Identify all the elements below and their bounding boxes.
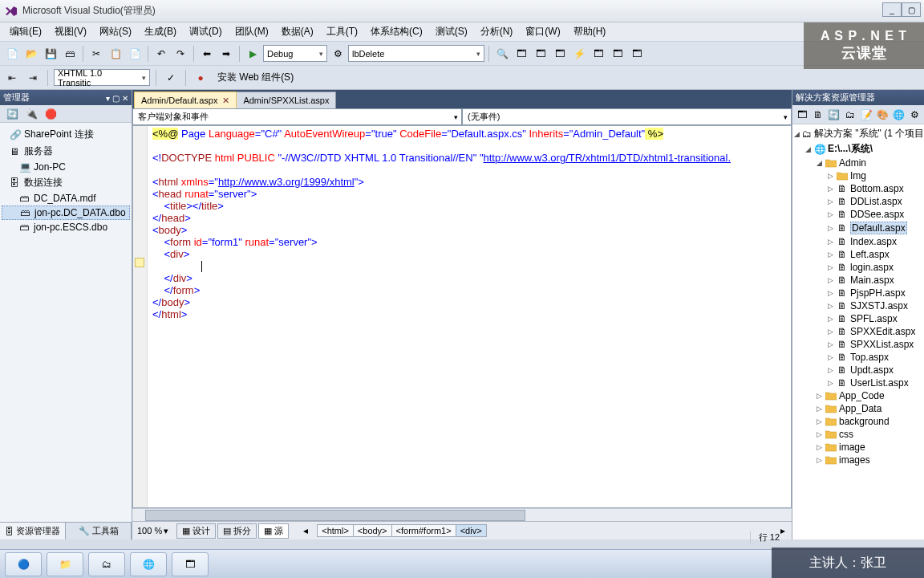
tab-default-aspx[interactable]: Admin/Default.aspx✕ — [134, 92, 237, 108]
file-ddlist[interactable]: ▷🗎DDList.aspx — [792, 195, 924, 208]
undo-icon[interactable]: ↶ — [152, 45, 170, 63]
tb-icon-4[interactable]: ⚡ — [570, 45, 588, 63]
file-main[interactable]: ▷🗎Main.aspx — [792, 274, 924, 287]
tb-icon-5[interactable]: 🗔 — [590, 45, 607, 63]
folder-admin[interactable]: ◢Admin — [792, 157, 924, 169]
crumb-div[interactable]: <div> — [456, 524, 487, 537]
file-updt[interactable]: ▷🗎Updt.aspx — [792, 364, 924, 377]
stop-conn-icon[interactable]: 🛑 — [42, 105, 59, 123]
maximize-button[interactable]: ▢ — [902, 2, 921, 17]
folder-images[interactable]: ▷images — [792, 454, 924, 466]
start-debug-icon[interactable]: ▶ — [244, 45, 261, 63]
menu-team[interactable]: 团队(M) — [229, 22, 275, 41]
file-pjspph[interactable]: ▷🗎PjspPH.aspx — [792, 287, 924, 299]
stop-icon[interactable]: ● — [192, 69, 209, 87]
zoom-dropdown-icon[interactable]: ▾ — [164, 526, 168, 536]
task-start[interactable]: 🔵 — [5, 552, 42, 576]
tb-icon-2[interactable]: 🗔 — [532, 45, 549, 63]
tree-escs-dbo[interactable]: 🗃jon-pc.ESCS.dbo — [2, 220, 130, 234]
view-code-icon[interactable]: 📝 — [859, 106, 874, 124]
tree-servers[interactable]: 🖥服务器 — [2, 143, 130, 160]
tb-icon-6[interactable]: 🗔 — [609, 45, 626, 63]
folder-css[interactable]: ▷css — [792, 428, 924, 441]
tree-dcdata-dbo[interactable]: 🗃jon-pc.DC_DATA.dbo — [2, 206, 130, 220]
zoom-level[interactable]: 100 % — [137, 526, 162, 535]
show-all-icon[interactable]: 🗎 — [810, 106, 825, 124]
menu-arch[interactable]: 体系结构(C) — [364, 22, 429, 41]
refresh-icon[interactable]: 🔄 — [3, 105, 21, 123]
tree-sharepoint[interactable]: 🔗SharePoint 连接 — [2, 126, 130, 143]
config-icon[interactable]: ⚙ — [907, 106, 922, 124]
menu-analyze[interactable]: 分析(N) — [474, 22, 520, 41]
menu-window[interactable]: 窗口(W) — [519, 22, 566, 41]
file-sjxstj[interactable]: ▷🗎SJXSTJ.aspx — [792, 299, 924, 312]
outdent-icon[interactable]: ⇤ — [3, 69, 21, 87]
find-icon[interactable]: 🔍 — [493, 45, 511, 63]
menu-website[interactable]: 网站(S) — [93, 22, 138, 41]
menu-view[interactable]: 视图(V) — [48, 22, 93, 41]
new-project-icon[interactable]: 📄 — [3, 45, 21, 63]
folder-image[interactable]: ▷image — [792, 441, 924, 454]
paste-icon[interactable]: 📄 — [126, 45, 144, 63]
file-spfl[interactable]: ▷🗎SPFL.aspx — [792, 312, 924, 325]
folder-appcode[interactable]: ▷App_Code — [792, 389, 924, 402]
tab-server-explorer[interactable]: 🗄 资源管理器 — [0, 523, 66, 539]
file-login[interactable]: ▷🗎login.aspx — [792, 261, 924, 274]
file-top[interactable]: ▷🗎Top.aspx — [792, 351, 924, 364]
sol-project[interactable]: ◢🌐E:\...\系统\ — [792, 141, 924, 157]
folder-appdata[interactable]: ▷App_Data — [792, 402, 924, 415]
file-left[interactable]: ▷🗎Left.aspx — [792, 248, 924, 261]
save-all-icon[interactable]: 🗃 — [61, 45, 79, 63]
tree-jonpc[interactable]: 💻Jon-PC — [2, 160, 130, 174]
target-dropdown[interactable]: lbDelete — [348, 45, 484, 62]
tree-dcdata[interactable]: 🗃DC_DATA.mdf — [2, 191, 130, 206]
file-ddsee[interactable]: ▷🗎DDSee.aspx — [792, 208, 924, 221]
dropdown-icon[interactable]: ▾ — [106, 94, 110, 103]
close-icon[interactable]: ✕ — [122, 94, 128, 103]
menu-edit[interactable]: 编辑(E) — [3, 22, 48, 41]
crumb-body[interactable]: <body> — [353, 524, 392, 537]
save-icon[interactable]: 💾 — [42, 45, 59, 63]
file-default[interactable]: ▷🗎Default.aspx — [792, 221, 924, 235]
file-spxxlist[interactable]: ▷🗎SPXXList.aspx — [792, 338, 924, 351]
file-bottom[interactable]: ▷🗎Bottom.aspx — [792, 182, 924, 195]
validate-icon[interactable]: ✓ — [162, 69, 180, 87]
sol-root[interactable]: ◢🗂解决方案 "系统" (1 个项目 — [792, 126, 924, 141]
task-browser[interactable]: 🌐 — [130, 552, 167, 576]
nav-back-icon[interactable]: ⬅ — [198, 45, 216, 63]
close-tab-icon[interactable]: ✕ — [222, 96, 229, 106]
open-icon[interactable]: 📂 — [22, 45, 40, 63]
view-split-button[interactable]: ▤ 拆分 — [217, 523, 257, 539]
nest-icon[interactable]: 🗂 — [842, 106, 857, 124]
copy-icon[interactable]: 📋 — [107, 45, 124, 63]
config-dropdown[interactable]: Debug — [263, 45, 327, 62]
minimize-button[interactable]: _ — [882, 2, 902, 17]
folder-background[interactable]: ▷background — [792, 415, 924, 428]
view-design-button[interactable]: ▦ 设计 — [176, 523, 216, 539]
menu-debug[interactable]: 调试(D) — [183, 22, 229, 41]
menu-build[interactable]: 生成(B) — [138, 22, 183, 41]
task-app[interactable]: 🗔 — [172, 552, 209, 576]
crumb-prev-icon[interactable]: ◂ — [297, 522, 314, 539]
redo-icon[interactable]: ↷ — [172, 45, 189, 63]
task-folder[interactable]: 🗂 — [88, 552, 125, 576]
refresh-sol-icon[interactable]: 🔄 — [826, 106, 841, 124]
events-dropdown[interactable]: (无事件) — [462, 108, 792, 125]
task-explorer[interactable]: 📁 — [47, 552, 83, 576]
tab-toolbox[interactable]: 🔧 工具箱 — [66, 523, 132, 539]
menu-tools[interactable]: 工具(T) — [320, 22, 364, 41]
tb-icon-3[interactable]: 🗔 — [551, 45, 569, 63]
tab-spxxlist-aspx[interactable]: Admin/SPXXList.aspx — [236, 92, 336, 108]
menu-data[interactable]: 数据(A) — [275, 22, 320, 41]
nav-fwd-icon[interactable]: ➡ — [217, 45, 235, 63]
tb-icon-7[interactable]: 🗔 — [628, 45, 646, 63]
view-des-icon[interactable]: 🎨 — [875, 106, 890, 124]
crumb-html[interactable]: <html> — [317, 524, 354, 537]
copy-web-icon[interactable]: 🌐 — [891, 106, 906, 124]
install-webcomp-button[interactable]: 安装 Web 组件(S) — [213, 69, 298, 86]
indent-icon[interactable]: ⇥ — [24, 69, 42, 87]
cut-icon[interactable]: ✂ — [87, 45, 105, 63]
folder-img[interactable]: ▷Img — [792, 169, 924, 182]
editor-h-scrollbar[interactable] — [132, 508, 792, 521]
menu-help[interactable]: 帮助(H) — [567, 22, 613, 41]
